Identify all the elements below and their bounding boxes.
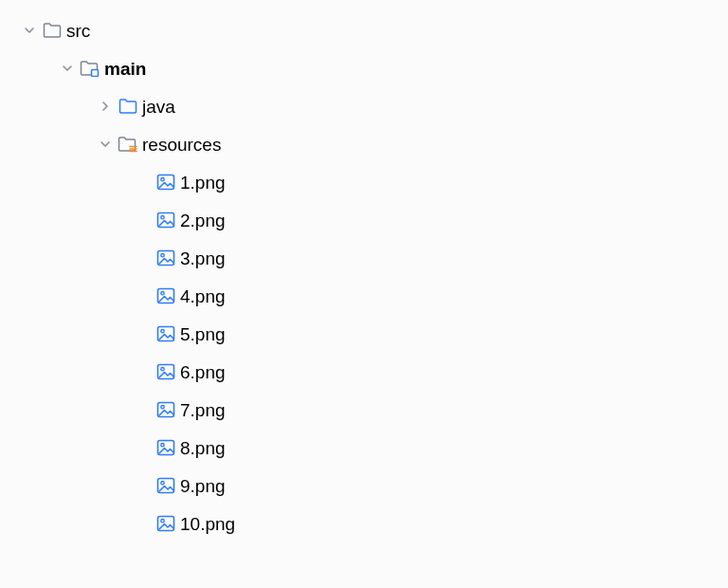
chevron-down-icon[interactable] — [19, 25, 40, 36]
svg-point-5 — [161, 178, 164, 181]
tree-row-file[interactable]: 10.png — [8, 505, 720, 542]
tree-label-file: 7.png — [178, 401, 226, 419]
svg-point-21 — [161, 482, 164, 485]
svg-rect-0 — [92, 70, 99, 77]
chevron-down-icon[interactable] — [57, 63, 78, 74]
image-file-icon — [154, 325, 178, 342]
tree-label-file: 10.png — [178, 515, 235, 533]
tree-row-main[interactable]: main — [8, 49, 720, 87]
module-folder-icon — [78, 60, 102, 77]
tree-row-src[interactable]: src — [8, 11, 720, 49]
tree-label-resources: resources — [140, 136, 221, 154]
image-file-icon — [154, 401, 178, 418]
svg-point-9 — [161, 254, 164, 257]
tree-row-file[interactable]: 8.png — [8, 429, 720, 467]
image-file-icon — [154, 439, 178, 456]
tree-label-src: src — [64, 22, 90, 40]
image-file-icon — [154, 211, 178, 229]
image-file-icon — [154, 249, 178, 266]
tree-row-file[interactable]: 4.png — [8, 277, 720, 315]
tree-row-file[interactable]: 5.png — [8, 315, 720, 353]
image-file-icon — [154, 287, 178, 304]
image-file-icon — [154, 363, 178, 380]
tree-label-file: 4.png — [178, 287, 226, 305]
tree-label-file: 2.png — [178, 211, 226, 230]
tree-row-file[interactable]: 9.png — [8, 467, 720, 505]
tree-row-java[interactable]: java — [8, 87, 720, 125]
folder-icon — [40, 22, 64, 39]
tree-label-file: 5.png — [178, 325, 226, 343]
tree-label-main: main — [102, 60, 146, 78]
chevron-down-icon[interactable] — [95, 138, 116, 150]
chevron-right-icon[interactable] — [95, 101, 116, 112]
svg-point-17 — [161, 406, 164, 409]
tree-label-file: 8.png — [178, 439, 226, 457]
tree-row-resources[interactable]: resources — [8, 125, 720, 163]
svg-point-15 — [161, 368, 164, 371]
tree-row-file[interactable]: 1.png — [8, 163, 720, 201]
svg-point-11 — [161, 292, 164, 295]
image-file-icon — [154, 174, 178, 191]
tree-label-java: java — [140, 98, 175, 116]
tree-row-file[interactable]: 6.png — [8, 353, 720, 391]
svg-point-19 — [161, 444, 164, 447]
svg-point-23 — [161, 520, 164, 523]
source-folder-icon — [116, 98, 140, 115]
image-file-icon — [154, 515, 178, 532]
tree-label-file: 3.png — [178, 249, 226, 267]
tree-row-file[interactable]: 7.png — [8, 391, 720, 429]
tree-label-file: 9.png — [178, 477, 226, 495]
tree-row-file[interactable]: 2.png — [8, 201, 720, 239]
svg-point-7 — [161, 216, 164, 219]
resources-folder-icon — [116, 136, 140, 153]
tree-label-file: 6.png — [178, 363, 226, 381]
tree-label-file: 1.png — [178, 174, 226, 192]
svg-point-13 — [161, 330, 164, 333]
tree-row-file[interactable]: 3.png — [8, 239, 720, 277]
image-file-icon — [154, 477, 178, 494]
